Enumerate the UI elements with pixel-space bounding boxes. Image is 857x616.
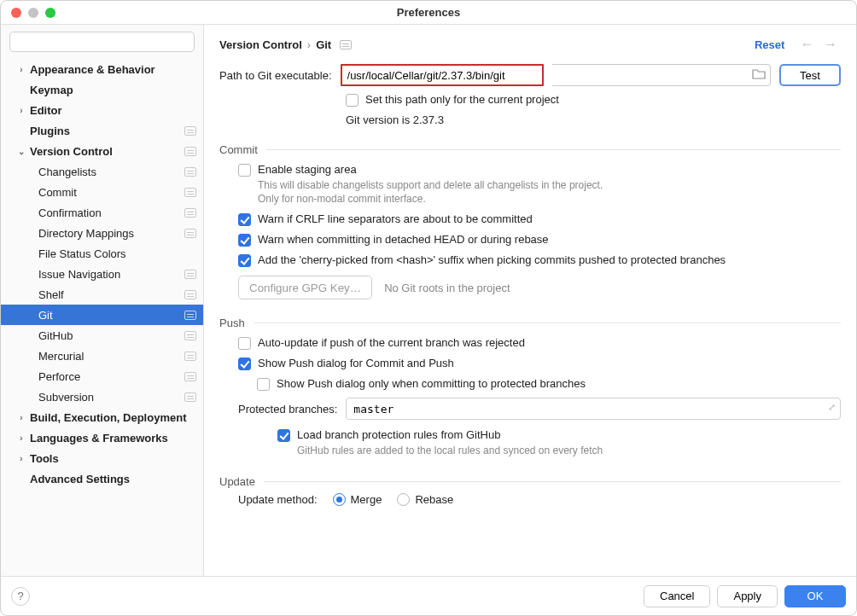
search-input[interactable]	[9, 32, 195, 52]
test-button[interactable]: Test	[779, 64, 841, 86]
project-scope-icon	[184, 229, 196, 238]
ok-button[interactable]: OK	[784, 585, 846, 607]
load-github-rules-checkbox[interactable]	[277, 429, 290, 442]
enable-staging-checkbox[interactable]	[238, 164, 251, 177]
sidebar-item-editor[interactable]: ›Editor	[1, 100, 203, 120]
sidebar-item-label: Perforce	[38, 370, 184, 383]
project-scope-icon	[184, 208, 196, 218]
sidebar-item-label: Languages & Frameworks	[30, 432, 196, 445]
sidebar-item-languages-frameworks[interactable]: ›Languages & Frameworks	[1, 427, 203, 448]
project-scope-icon	[184, 270, 196, 279]
sidebar-item-mercurial[interactable]: Mercurial	[1, 346, 203, 366]
sidebar-item-perforce[interactable]: Perforce	[1, 366, 203, 386]
window-title: Preferences	[1, 6, 856, 19]
sidebar-item-label: Editor	[30, 104, 196, 117]
configure-gpg-button[interactable]: Configure GPG Key…	[238, 276, 372, 299]
divider	[254, 323, 841, 323]
sidebar-item-file-status-colors[interactable]: File Status Colors	[1, 243, 203, 264]
load-github-rules-desc: GitHub rules are added to the local rule…	[297, 444, 603, 457]
cherrypick-suffix-label: Add the 'cherry-picked from <hash>' suff…	[258, 253, 726, 266]
breadcrumb-parent[interactable]: Version Control	[219, 38, 302, 51]
sidebar-item-tools[interactable]: ›Tools	[1, 448, 203, 468]
auto-update-push-checkbox[interactable]	[238, 337, 251, 350]
sidebar-item-label: Issue Navigation	[38, 268, 184, 281]
sidebar-item-changelists[interactable]: Changelists	[1, 161, 203, 182]
help-button[interactable]: ?	[11, 587, 30, 606]
git-path-highlight	[341, 64, 544, 86]
divider	[266, 149, 841, 150]
update-merge-label: Merge	[351, 493, 382, 506]
sidebar-item-commit[interactable]: Commit	[1, 182, 203, 202]
scope-current-project-checkbox[interactable]	[346, 94, 359, 107]
divider	[264, 481, 841, 482]
sidebar-item-label: GitHub	[38, 329, 184, 342]
commit-section-title: Commit	[219, 143, 258, 156]
sidebar-item-subversion[interactable]: Subversion	[1, 386, 203, 407]
project-scope-icon	[340, 40, 352, 49]
sidebar-item-label: Confirmation	[38, 206, 184, 219]
warn-crlf-label: Warn if CRLF line separators are about t…	[258, 212, 533, 225]
warn-detached-checkbox[interactable]	[238, 234, 251, 247]
git-path-input[interactable]	[342, 66, 542, 84]
update-section-title: Update	[219, 475, 255, 488]
nav-arrows: ← →	[796, 37, 841, 52]
sidebar-item-issue-navigation[interactable]: Issue Navigation	[1, 264, 203, 284]
sidebar-item-appearance-behavior[interactable]: ›Appearance & Behavior	[1, 59, 203, 79]
sidebar-item-github[interactable]: GitHub	[1, 325, 203, 346]
update-rebase-radio[interactable]	[397, 493, 410, 506]
nav-back-icon[interactable]: ←	[800, 37, 813, 51]
project-scope-icon	[184, 126, 196, 136]
main-panel: Version Control › Git Reset ← → Path to …	[204, 25, 856, 576]
disclosure-icon: ⌄	[16, 147, 26, 156]
browse-folder-icon[interactable]	[748, 68, 770, 82]
project-scope-icon	[184, 372, 196, 381]
project-scope-icon	[184, 331, 196, 340]
protected-branches-input[interactable]	[346, 398, 841, 420]
sidebar-item-directory-mappings[interactable]: Directory Mappings	[1, 223, 203, 243]
warn-crlf-checkbox[interactable]	[238, 213, 251, 226]
sidebar-item-confirmation[interactable]: Confirmation	[1, 202, 203, 223]
reset-link[interactable]: Reset	[755, 38, 784, 51]
sidebar-item-version-control[interactable]: ⌄Version Control	[1, 141, 203, 161]
sidebar-item-build-execution-deployment[interactable]: ›Build, Execution, Deployment	[1, 407, 203, 427]
disclosure-icon: ›	[16, 413, 26, 422]
git-version-text: Git version is 2.37.3	[346, 113, 841, 126]
sidebar-item-keymap[interactable]: Keymap	[1, 79, 203, 100]
show-push-protected-checkbox[interactable]	[257, 378, 270, 391]
sidebar-item-shelf[interactable]: Shelf	[1, 284, 203, 305]
update-rebase-label: Rebase	[415, 493, 453, 506]
expand-icon[interactable]: ⤢	[828, 402, 836, 413]
show-push-dialog-checkbox[interactable]	[238, 357, 251, 370]
sidebar-item-advanced-settings[interactable]: Advanced Settings	[1, 468, 203, 489]
cherrypick-suffix-checkbox[interactable]	[238, 254, 251, 267]
git-path-label: Path to Git executable:	[219, 69, 332, 82]
no-git-roots-text: No Git roots in the project	[384, 282, 510, 294]
show-push-protected-label: Show Push dialog only when committing to…	[277, 377, 586, 390]
project-scope-icon	[184, 188, 196, 197]
disclosure-icon: ›	[16, 433, 26, 443]
sidebar-item-label: Mercurial	[38, 350, 184, 363]
settings-tree: ›Appearance & BehaviorKeymap›EditorPlugi…	[1, 59, 203, 576]
window-zoom-button[interactable]	[45, 8, 55, 18]
sidebar: ›Appearance & BehaviorKeymap›EditorPlugi…	[1, 25, 204, 576]
sidebar-item-label: Appearance & Behavior	[30, 63, 196, 76]
window-minimize-button[interactable]	[28, 8, 38, 18]
warn-detached-label: Warn when committing in detached HEAD or…	[258, 233, 549, 246]
breadcrumb: Version Control › Git	[219, 38, 755, 51]
preferences-window: Preferences ›Appearance & BehaviorKeymap…	[0, 0, 857, 616]
enable-staging-desc: This will disable changelists support an…	[258, 178, 616, 206]
update-merge-radio[interactable]	[333, 493, 346, 506]
show-push-dialog-label: Show Push dialog for Commit and Push	[258, 357, 454, 369]
sidebar-item-plugins[interactable]: Plugins	[1, 120, 203, 141]
disclosure-icon: ›	[16, 454, 26, 463]
nav-forward-icon[interactable]: →	[824, 37, 837, 51]
apply-button[interactable]: Apply	[717, 585, 778, 607]
sidebar-item-label: Shelf	[38, 288, 184, 301]
cancel-button[interactable]: Cancel	[644, 585, 710, 607]
project-scope-icon	[184, 167, 196, 177]
window-close-button[interactable]	[11, 8, 21, 18]
sidebar-item-label: Git	[38, 309, 184, 322]
disclosure-icon: ›	[16, 106, 26, 115]
project-scope-icon	[184, 290, 196, 299]
sidebar-item-git[interactable]: Git	[1, 305, 203, 325]
